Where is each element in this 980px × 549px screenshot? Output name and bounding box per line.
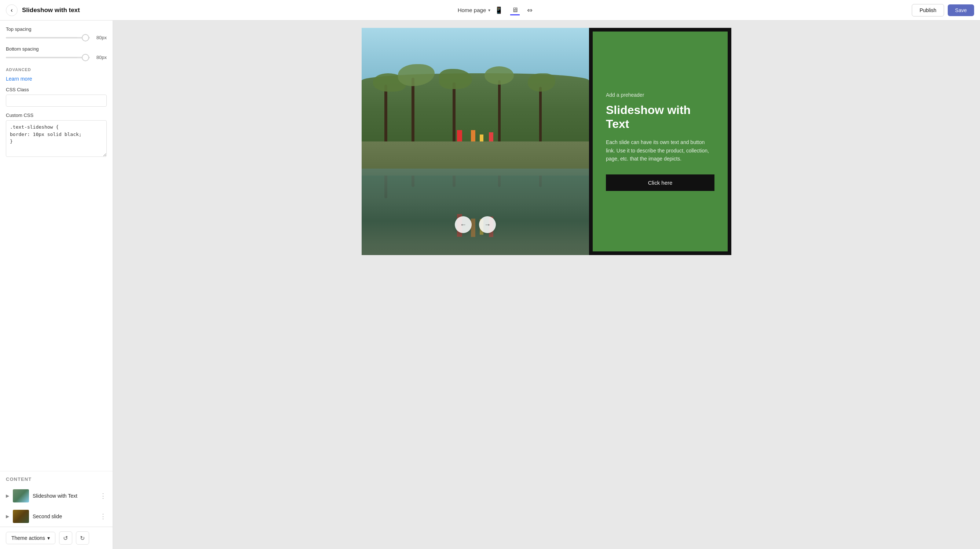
slide-heading: Slideshow with Text — [606, 103, 714, 131]
bottom-spacing-value: 80px — [94, 55, 107, 60]
save-button[interactable]: Save — [948, 5, 974, 16]
theme-actions-button[interactable]: Theme actions ▾ — [6, 532, 56, 544]
topbar-left: ‹ Slideshow with text — [6, 5, 80, 16]
slide-body-text: Each slide can have its own text and but… — [606, 138, 714, 163]
top-spacing-track[interactable] — [6, 37, 90, 38]
canvas: ← → Add a preheader Slideshow with Text … — [113, 21, 980, 549]
slide-name-1: Slideshow with Text — [33, 493, 96, 499]
canvas-inner: ← → Add a preheader Slideshow with Text … — [362, 28, 731, 255]
undo-button[interactable]: ↺ — [59, 532, 72, 544]
topbar-icons: 📱 🖥 ⇔ — [493, 5, 534, 16]
next-slide-button[interactable]: → — [479, 216, 496, 233]
slide-preheader: Add a preheader — [606, 92, 714, 98]
page-selector[interactable]: Home page ▾ — [458, 7, 491, 13]
prev-slide-button[interactable]: ← — [455, 216, 472, 233]
advanced-section-title: ADVANCED — [6, 67, 107, 72]
content-section-title: CONTENT — [0, 471, 113, 486]
chevron-down-icon: ▾ — [47, 535, 50, 541]
topbar: ‹ Slideshow with text Home page ▾ 📱 🖥 ⇔ … — [0, 0, 980, 21]
top-spacing-value: 80px — [94, 35, 107, 40]
fullscreen-icon[interactable]: ⇔ — [526, 5, 534, 16]
expand-icon-2[interactable]: ▶ — [6, 514, 9, 519]
slideshow-image-panel: ← → — [362, 28, 589, 255]
top-spacing-label: Top spacing — [6, 26, 107, 32]
expand-icon-1[interactable]: ▶ — [6, 493, 9, 498]
topbar-center: Home page ▾ 📱 🖥 ⇔ — [458, 5, 535, 16]
css-class-label: CSS Class — [6, 87, 107, 92]
slideshow-text-panel: Add a preheader Slideshow with Text Each… — [589, 28, 731, 255]
topbar-title: Slideshow with text — [22, 6, 80, 14]
bottom-spacing-label: Bottom spacing — [6, 46, 107, 52]
learn-more-link[interactable]: Learn more — [6, 76, 32, 82]
custom-css-input[interactable]: .text-slideshow { border: 10px solid bla… — [6, 120, 107, 157]
bottom-spacing-slider-row: 80px — [6, 55, 107, 60]
slide-navigation: ← → — [455, 216, 496, 233]
back-button[interactable]: ‹ — [6, 5, 18, 16]
slide-thumbnail-1 — [13, 489, 29, 503]
topbar-right: Publish Save — [912, 4, 974, 16]
slide-thumbnail-2 — [13, 510, 29, 523]
bottom-spacing-track[interactable] — [6, 57, 90, 58]
chevron-down-icon: ▾ — [488, 8, 490, 13]
css-class-input[interactable] — [6, 95, 107, 107]
mobile-icon[interactable]: 📱 — [493, 5, 504, 16]
theme-actions-label: Theme actions — [11, 535, 45, 541]
slide-menu-1[interactable]: ⋮ — [100, 492, 107, 500]
slide-item-2[interactable]: ▶ Second slide ⋮ — [0, 506, 113, 527]
slide-item-1[interactable]: ▶ Slideshow with Text ⋮ — [0, 486, 113, 506]
page-selector-label: Home page — [458, 7, 486, 13]
top-spacing-slider-row: 80px — [6, 35, 107, 40]
slide-name-2: Second slide — [33, 513, 96, 519]
redo-button[interactable]: ↻ — [76, 532, 89, 544]
slide-cta-button[interactable]: Click here — [606, 175, 714, 191]
main-layout: Top spacing 80px Bottom spacing 80px ADV… — [0, 21, 980, 549]
sidebar-body: Top spacing 80px Bottom spacing 80px ADV… — [0, 21, 113, 468]
publish-button[interactable]: Publish — [912, 4, 944, 16]
custom-css-label: Custom CSS — [6, 113, 107, 118]
sidebar: Top spacing 80px Bottom spacing 80px ADV… — [0, 21, 113, 549]
desktop-icon[interactable]: 🖥 — [510, 5, 520, 15]
slide-menu-2[interactable]: ⋮ — [100, 513, 107, 520]
sidebar-bottom: Theme actions ▾ ↺ ↻ — [0, 527, 113, 549]
